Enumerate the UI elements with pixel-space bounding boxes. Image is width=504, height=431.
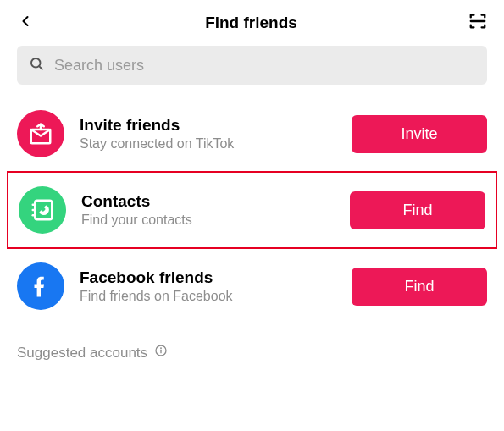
option-list: Invite friends Stay connected on TikTok … bbox=[0, 97, 504, 323]
facebook-icon bbox=[17, 262, 64, 310]
suggested-accounts-header: Suggested accounts bbox=[0, 323, 504, 362]
row-title: Contacts bbox=[81, 192, 335, 211]
svg-rect-4 bbox=[35, 201, 52, 220]
row-subtitle: Find your contacts bbox=[81, 213, 335, 228]
find-facebook-button[interactable]: Find bbox=[352, 268, 487, 306]
facebook-friends-row[interactable]: Facebook friends Find friends on Faceboo… bbox=[0, 249, 504, 323]
row-subtitle: Stay connected on TikTok bbox=[80, 136, 336, 152]
qr-scan-icon[interactable] bbox=[468, 12, 487, 34]
invite-button[interactable]: Invite bbox=[352, 115, 487, 153]
row-subtitle: Find friends on Facebook bbox=[80, 289, 336, 304]
search-input[interactable] bbox=[54, 57, 475, 75]
row-text: Contacts Find your contacts bbox=[81, 192, 335, 228]
search-bar[interactable] bbox=[17, 46, 487, 85]
row-text: Facebook friends Find friends on Faceboo… bbox=[80, 268, 336, 304]
svg-line-2 bbox=[39, 66, 42, 69]
contacts-row[interactable]: Contacts Find your contacts Find bbox=[7, 171, 497, 249]
row-title: Facebook friends bbox=[80, 268, 336, 287]
page-title: Find friends bbox=[205, 14, 297, 32]
row-text: Invite friends Stay connected on TikTok bbox=[80, 116, 336, 152]
invite-icon bbox=[17, 110, 64, 157]
contacts-icon bbox=[19, 186, 66, 234]
svg-point-10 bbox=[161, 348, 162, 349]
search-icon bbox=[29, 56, 44, 75]
find-contacts-button[interactable]: Find bbox=[350, 191, 485, 229]
header: Find friends bbox=[0, 0, 504, 46]
info-icon[interactable] bbox=[154, 344, 168, 362]
row-title: Invite friends bbox=[80, 116, 336, 135]
suggested-label: Suggested accounts bbox=[17, 345, 147, 362]
invite-friends-row[interactable]: Invite friends Stay connected on TikTok … bbox=[0, 97, 504, 171]
back-icon[interactable] bbox=[17, 13, 34, 33]
